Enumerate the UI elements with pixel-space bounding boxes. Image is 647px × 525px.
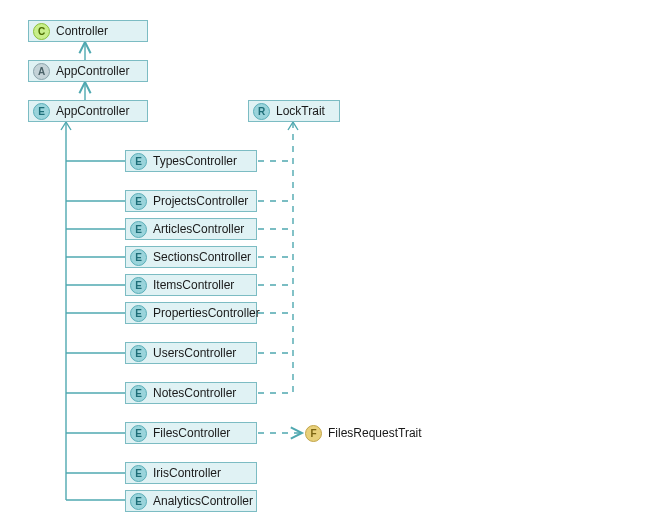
- entity-badge-icon: E: [130, 193, 147, 210]
- node-label: PropertiesController: [153, 306, 260, 320]
- node-notes-controller[interactable]: E NotesController: [125, 382, 257, 404]
- node-label: ArticlesController: [153, 222, 244, 236]
- node-label: ItemsController: [153, 278, 234, 292]
- trait-badge-icon: F: [305, 425, 322, 442]
- node-label: TypesController: [153, 154, 237, 168]
- node-projects-controller[interactable]: E ProjectsController: [125, 190, 257, 212]
- node-app-controller[interactable]: E AppController: [28, 100, 148, 122]
- node-items-controller[interactable]: E ItemsController: [125, 274, 257, 296]
- node-label: UsersController: [153, 346, 236, 360]
- entity-badge-icon: E: [130, 493, 147, 510]
- node-label: AnalyticsController: [153, 494, 253, 508]
- node-label: Controller: [56, 24, 108, 38]
- node-lock-trait[interactable]: R LockTrait: [248, 100, 340, 122]
- entity-badge-icon: E: [130, 385, 147, 402]
- node-app-controller-abstract[interactable]: A AppController: [28, 60, 148, 82]
- node-label: FilesRequestTrait: [328, 426, 422, 440]
- entity-badge-icon: E: [130, 465, 147, 482]
- node-analytics-controller[interactable]: E AnalyticsController: [125, 490, 257, 512]
- node-label: NotesController: [153, 386, 236, 400]
- trait-badge-icon: R: [253, 103, 270, 120]
- node-types-controller[interactable]: E TypesController: [125, 150, 257, 172]
- node-label: FilesController: [153, 426, 230, 440]
- node-files-controller[interactable]: E FilesController: [125, 422, 257, 444]
- entity-badge-icon: E: [130, 153, 147, 170]
- entity-badge-icon: E: [130, 425, 147, 442]
- node-label: AppController: [56, 64, 129, 78]
- node-sections-controller[interactable]: E SectionsController: [125, 246, 257, 268]
- entity-badge-icon: E: [130, 249, 147, 266]
- class-badge-icon: C: [33, 23, 50, 40]
- node-iris-controller[interactable]: E IrisController: [125, 462, 257, 484]
- entity-badge-icon: E: [130, 277, 147, 294]
- entity-badge-icon: E: [130, 345, 147, 362]
- node-files-request-trait[interactable]: F FilesRequestTrait: [305, 422, 430, 444]
- node-users-controller[interactable]: E UsersController: [125, 342, 257, 364]
- node-label: SectionsController: [153, 250, 251, 264]
- entity-badge-icon: E: [33, 103, 50, 120]
- entity-badge-icon: E: [130, 221, 147, 238]
- node-label: IrisController: [153, 466, 221, 480]
- abstract-badge-icon: A: [33, 63, 50, 80]
- node-controller[interactable]: C Controller: [28, 20, 148, 42]
- node-properties-controller[interactable]: E PropertiesController: [125, 302, 257, 324]
- node-label: AppController: [56, 104, 129, 118]
- node-label: LockTrait: [276, 104, 325, 118]
- class-diagram: C Controller A AppController E AppContro…: [0, 0, 647, 525]
- node-articles-controller[interactable]: E ArticlesController: [125, 218, 257, 240]
- entity-badge-icon: E: [130, 305, 147, 322]
- node-label: ProjectsController: [153, 194, 248, 208]
